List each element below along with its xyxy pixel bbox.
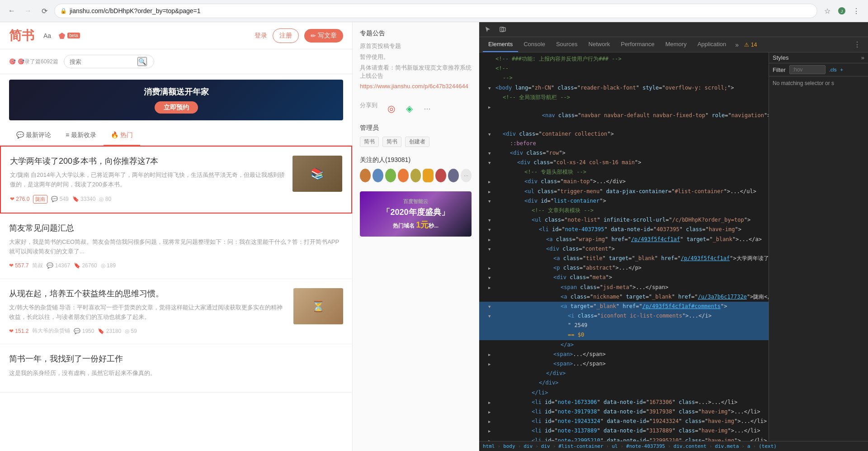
follower-avatar[interactable] [410, 169, 421, 182]
article-item[interactable]: 大学两年读了200多本书，向你推荐这7本 文/陇南 自2014年入大学以来，已将… [0, 146, 352, 214]
bc-content[interactable]: div.content [674, 443, 707, 449]
bc-meta[interactable]: div.meta [715, 443, 739, 449]
box-icon[interactable] [497, 24, 508, 35]
code-line[interactable]: == $0 [479, 330, 769, 340]
follower-avatar[interactable] [435, 169, 446, 182]
toggle-icon[interactable] [488, 197, 495, 205]
toggle-icon[interactable] [488, 398, 495, 407]
follower-avatar[interactable] [373, 169, 383, 182]
code-line[interactable]: <div id="list-container"> [479, 196, 769, 206]
code-line[interactable]: <!-- 专题头部模块 --> [479, 167, 769, 177]
follower-avatar[interactable] [385, 169, 396, 182]
toggle-icon[interactable] [488, 245, 495, 253]
bc-note[interactable]: #note-4037395 [626, 443, 665, 449]
register-button[interactable]: 注册 [273, 28, 299, 43]
devtools-vertical-dots[interactable]: ⋮ [850, 38, 864, 52]
toggle-icon[interactable] [488, 264, 495, 272]
devtools-tab-performance[interactable]: Performance [615, 37, 660, 52]
toggle-icon[interactable] [488, 437, 495, 442]
article-item[interactable]: 简友常见问题汇总 大家好，我是简书的CEO简叔。简友会简信我问很多问题，现将常见… [0, 214, 352, 279]
code-line[interactable]: <nav class="navbar navbar-default navbar… [479, 102, 769, 129]
followers-more[interactable]: ··· [461, 169, 472, 182]
follower-avatar[interactable] [448, 169, 459, 182]
toggle-icon[interactable] [488, 350, 495, 359]
write-button[interactable]: ✏ 写文章 [304, 29, 343, 43]
toggle-icon[interactable] [488, 360, 495, 368]
toggle-icon[interactable] [488, 235, 495, 244]
menu-button[interactable]: ⋮ [850, 5, 863, 17]
toggle-icon[interactable] [488, 408, 495, 416]
code-line[interactable]: <p class="abstract">...</p> [479, 263, 769, 273]
address-bar[interactable]: 🔒 jianshu.com/c/bDHhpK?order_by=top&page… [54, 4, 817, 18]
banner-cta[interactable]: 立即预约 [155, 101, 198, 114]
code-line[interactable]: <a class="title" target="_blank" href="/… [479, 254, 769, 263]
cursor-icon[interactable] [483, 24, 494, 35]
toggle-icon[interactable] [488, 216, 495, 224]
wechat-share-icon[interactable]: ◈ [403, 102, 415, 115]
bc-body[interactable]: body [503, 443, 515, 449]
search-input[interactable] [70, 58, 137, 65]
code-line[interactable]: <a target="_blank" href="/p/493f5f4cf1af… [479, 302, 769, 311]
code-line[interactable]: </div> [479, 369, 769, 378]
code-line[interactable]: </li> [479, 388, 769, 398]
toggle-icon[interactable] [488, 225, 495, 234]
article-item[interactable]: 从现在起，培养五个获益终生的思维习惯。 文/韩大爷的杂货铺 导语：平时喜欢写一些… [0, 279, 352, 345]
code-line[interactable]: <span class="jsd-meta">...</span> [479, 283, 769, 292]
code-line[interactable]: <span>...</span> [479, 350, 769, 359]
code-line[interactable]: </div> [479, 378, 769, 388]
bc-ul[interactable]: ul [612, 443, 618, 449]
article-author[interactable]: 陇南 [33, 195, 47, 204]
bc-div2[interactable]: div [541, 443, 550, 449]
search-input-wrap[interactable]: 🔍 [64, 55, 154, 68]
tab-hot[interactable]: 🔥 热门 [104, 126, 140, 146]
follower-avatar[interactable] [398, 169, 409, 182]
toggle-icon[interactable] [488, 302, 495, 311]
code-line[interactable]: <span>...</span> [479, 359, 769, 369]
bc-a[interactable]: a [747, 443, 750, 449]
banner-image[interactable]: 消费满额送开年家 立即预约 [9, 80, 343, 120]
bookmark-button[interactable]: ☆ [821, 5, 834, 17]
toggle-icon[interactable] [488, 103, 495, 111]
code-line[interactable]: <a class="wrap-img" href="/p/493f5f4cf1a… [479, 235, 769, 244]
bc-list-container[interactable]: #list-container [558, 443, 603, 449]
sidebar-banner[interactable]: 百度智能云 「2020年度盛典」 热门域名 1元秒... [360, 191, 472, 237]
bc-text[interactable]: (text) [759, 443, 777, 449]
code-line[interactable]: --> [479, 73, 769, 83]
code-line[interactable]: ::before [479, 139, 769, 148]
search-button[interactable]: 🔍 [137, 57, 147, 66]
code-line[interactable]: <div class="meta"> [479, 273, 769, 282]
toggle-icon[interactable] [488, 417, 495, 426]
code-line[interactable]: <i class="iconfont ic-list-comments">...… [479, 311, 769, 321]
font-size-button[interactable]: Aa [43, 32, 51, 39]
devtools-tab-more[interactable]: » [731, 38, 742, 52]
code-line[interactable]: " 2549 [479, 321, 769, 330]
code-line[interactable]: <div class="content"> [479, 244, 769, 254]
toggle-icon[interactable] [488, 273, 495, 282]
styles-more-button[interactable]: » [861, 54, 864, 61]
toggle-icon[interactable] [488, 283, 495, 292]
code-line[interactable]: <div class="container collection"> [479, 129, 769, 139]
bc-html[interactable]: html [483, 443, 495, 449]
code-line[interactable]: <div class="row"> [479, 148, 769, 158]
code-line[interactable]: <body lang="zh-CN" class="reader-black-f… [479, 83, 769, 93]
code-line[interactable]: </a> [479, 340, 769, 350]
toggle-icon[interactable] [488, 84, 495, 92]
code-line[interactable]: <!-- ###功能: 上报内容并反馈用户行为### --> [479, 54, 769, 64]
code-line[interactable]: <li id="note-19243324" data-note-id="192… [479, 417, 769, 426]
code-line[interactable]: <li id="note-3137889" data-note-id="3137… [479, 426, 769, 436]
manager-creator-badge[interactable]: 创建者 [405, 137, 429, 147]
devtools-tab-sources[interactable]: Sources [551, 37, 583, 52]
manager-badge[interactable]: 简书 [360, 137, 379, 147]
weibo-share-icon[interactable]: ◎ [385, 102, 397, 115]
sidebar-ad-link[interactable]: https://www.jianshu.com/p/6c47b3244644 [360, 83, 472, 90]
code-line[interactable]: <!-- 全局顶部导航栏 --> [479, 93, 769, 102]
back-button[interactable]: ← [5, 5, 18, 17]
filter-plus-tag[interactable]: + [840, 67, 843, 72]
toggle-icon[interactable] [488, 149, 495, 157]
filter-cls-tag[interactable]: .cls [829, 67, 837, 72]
toggle-icon[interactable] [488, 158, 495, 167]
tab-latest-collection[interactable]: ≡ 最新收录 [58, 126, 104, 146]
toggle-icon[interactable] [488, 427, 495, 435]
code-line[interactable]: <a class="nickname" target="_blank" href… [479, 292, 769, 302]
toggle-icon[interactable] [488, 177, 495, 186]
